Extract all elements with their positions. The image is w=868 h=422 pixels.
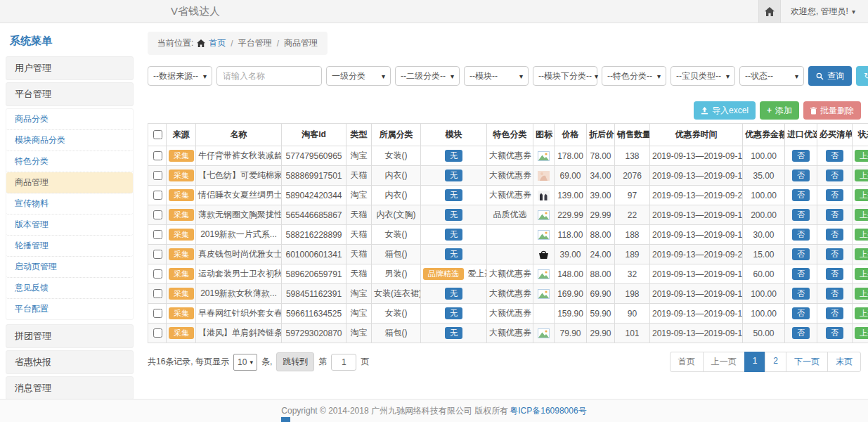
row-checkbox[interactable]	[153, 309, 162, 318]
status-badge[interactable]: 上架	[855, 170, 868, 181]
import-select-badge[interactable]: 否	[792, 268, 810, 280]
filter-select[interactable]: --特色分类-- ▾	[602, 66, 666, 86]
must-buy-badge[interactable]: 否	[826, 229, 843, 241]
row-checkbox[interactable]	[153, 269, 162, 279]
filter-select[interactable]: --宝贝类型-- ▾	[671, 66, 735, 86]
import-select-badge[interactable]: 否	[792, 288, 810, 300]
status-badge[interactable]: 上架	[855, 150, 868, 162]
row-checkbox[interactable]	[153, 289, 162, 298]
sidebar-item[interactable]: 模块商品分类	[6, 130, 133, 151]
import-select-badge[interactable]: 否	[792, 229, 810, 241]
sidebar-group[interactable]: 拼团管理	[6, 324, 134, 348]
filter-select[interactable]: 一级分类 ▾	[326, 66, 391, 86]
search-button[interactable]: 查询	[808, 66, 852, 86]
must-buy-badge[interactable]: 否	[826, 307, 843, 319]
coupon-time: 2019-09-13—2019-09-17	[650, 284, 743, 304]
batch-delete-button[interactable]: 批量删除	[803, 101, 861, 120]
import-select-badge[interactable]: 否	[792, 150, 810, 162]
sidebar-item[interactable]: 宣传物料	[6, 193, 133, 215]
home-button[interactable]	[758, 0, 781, 23]
import-select-badge[interactable]: 否	[792, 209, 810, 221]
pagination-button[interactable]: 1	[744, 352, 766, 372]
import-select-badge[interactable]: 否	[792, 248, 810, 260]
sidebar-group[interactable]: 平台管理	[6, 82, 134, 106]
row-checkbox[interactable]	[153, 230, 162, 239]
jump-button[interactable]: 跳转到	[276, 352, 314, 371]
import-excel-button[interactable]: 导入excel	[694, 101, 756, 120]
jump-page-input[interactable]	[331, 354, 356, 371]
module-badge[interactable]: 无	[445, 209, 462, 221]
must-buy-badge[interactable]: 否	[826, 209, 843, 221]
filter-select[interactable]: --二级分类-- ▾	[395, 66, 460, 86]
status-badge[interactable]: 上架	[855, 209, 868, 221]
icp-link[interactable]: 粤ICP备16098006号	[510, 405, 586, 417]
filter-name-input[interactable]	[216, 66, 322, 86]
sidebar-item[interactable]: 特色分类	[6, 151, 133, 172]
must-buy-badge[interactable]: 否	[826, 327, 843, 339]
caret-down-icon: ▾	[852, 8, 855, 15]
pagination-button[interactable]: 末页	[827, 352, 861, 372]
filter-select[interactable]: --模块-- ▾	[464, 66, 529, 86]
must-buy-badge[interactable]: 否	[826, 150, 843, 162]
module-badge[interactable]: 品牌精选	[423, 268, 464, 280]
add-button[interactable]: + 添加	[760, 101, 799, 120]
breadcrumb-home-link[interactable]: 首页	[209, 37, 226, 49]
row-checkbox[interactable]	[153, 171, 162, 180]
import-select-badge[interactable]: 否	[792, 170, 810, 181]
row-checkbox[interactable]	[153, 210, 162, 219]
sidebar-item[interactable]: 版本管理	[6, 215, 133, 236]
sidebar-group[interactable]: 省惠快报	[6, 350, 134, 374]
row-checkbox[interactable]	[153, 191, 162, 200]
sidebar-item[interactable]: 平台配置	[6, 299, 133, 319]
sidebar-item[interactable]: 意见反馈	[6, 278, 133, 299]
row-checkbox[interactable]	[153, 328, 162, 338]
discount-price: 59.90	[587, 304, 615, 324]
must-buy-badge[interactable]: 否	[826, 248, 843, 260]
row-checkbox[interactable]	[153, 250, 162, 259]
module-badge[interactable]: 无	[445, 170, 462, 181]
pagination-button[interactable]: 上一页	[703, 352, 745, 372]
status-badge[interactable]: 上架	[855, 189, 868, 201]
status-badge[interactable]: 上架	[855, 327, 868, 339]
sidebar-item-label: 启动页管理	[15, 262, 57, 271]
module-badge[interactable]: 无	[445, 189, 462, 201]
filter-select[interactable]: --模块下分类-- ▾	[533, 66, 597, 86]
sidebar-item[interactable]: 商品分类	[6, 109, 133, 130]
caret-down-icon: ▾	[657, 72, 661, 80]
filter-fields: --数据来源-- ▾ 一级分类 ▾ --二级分类-- ▾ --模块-- ▾ --…	[148, 66, 804, 86]
module-badge[interactable]: 无	[445, 248, 462, 260]
must-buy-badge[interactable]: 否	[826, 288, 843, 300]
module-badge[interactable]: 无	[445, 150, 462, 162]
pagination-button[interactable]: 首页	[670, 352, 704, 372]
sidebar-group[interactable]: 用户管理	[6, 56, 134, 80]
module-badge[interactable]: 无	[445, 307, 462, 319]
filter-select[interactable]: --数据来源-- ▾	[148, 66, 212, 86]
must-buy-badge[interactable]: 否	[826, 268, 843, 280]
status-badge[interactable]: 上架	[855, 288, 868, 300]
filter-select-value: --数据来源--	[153, 70, 198, 82]
sidebar-item[interactable]: 轮播管理	[6, 236, 133, 257]
import-select-badge[interactable]: 否	[792, 327, 810, 339]
row-checkbox[interactable]	[153, 151, 162, 160]
status-badge[interactable]: 上架	[855, 229, 868, 241]
pagination-button[interactable]: 2	[765, 352, 786, 372]
must-buy-badge[interactable]: 否	[826, 189, 843, 201]
sidebar-item[interactable]: 启动页管理	[6, 257, 133, 278]
module-badge[interactable]: 无	[445, 229, 462, 241]
sidebar-item[interactable]: 商品管理	[6, 172, 133, 193]
page-size-select[interactable]: 10 ▾	[233, 354, 257, 371]
select-all-checkbox[interactable]	[153, 130, 162, 139]
module-badge[interactable]: 无	[445, 327, 462, 339]
filter-select[interactable]: --状态-- ▾	[739, 66, 804, 86]
import-select-badge[interactable]: 否	[792, 307, 810, 319]
status-badge[interactable]: 上架	[855, 307, 868, 319]
pagination-button[interactable]: 下一页	[786, 352, 828, 372]
status-badge[interactable]: 上架	[855, 248, 868, 260]
reset-button[interactable]: ↻ 重置	[856, 66, 868, 86]
user-menu[interactable]: 欢迎您, 管理员! ▾	[781, 6, 868, 18]
must-buy-badge[interactable]: 否	[826, 170, 843, 181]
sidebar-group[interactable]: 消息管理	[6, 376, 134, 400]
module-badge[interactable]: 无	[445, 288, 462, 300]
status-badge[interactable]: 上架	[855, 268, 868, 280]
import-select-badge[interactable]: 否	[792, 189, 810, 201]
